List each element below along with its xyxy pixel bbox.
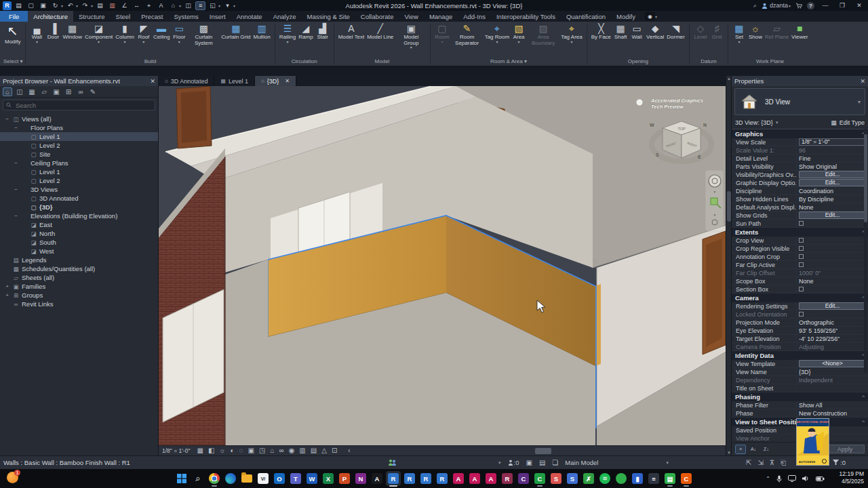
tree-item-west[interactable]: ◪West bbox=[0, 247, 158, 256]
restore-button[interactable]: ❐ bbox=[836, 2, 848, 9]
ribbon-tab-annotate[interactable]: Annotate bbox=[231, 11, 268, 22]
ribbon-tab-view[interactable]: View bbox=[399, 11, 423, 22]
checkbox[interactable] bbox=[799, 287, 804, 291]
settings-link-icon[interactable]: ✎ bbox=[88, 87, 98, 96]
close-icon[interactable]: ✕ bbox=[150, 78, 155, 85]
tree-expander-icon[interactable]: − bbox=[13, 160, 19, 166]
checkbox[interactable] bbox=[799, 246, 804, 251]
redo-icon[interactable]: ↷ bbox=[80, 1, 90, 10]
tree-expander-icon[interactable]: + bbox=[4, 283, 10, 289]
tag-area-button[interactable]: ⌖Tag Area▾ bbox=[559, 23, 584, 44]
shadows-icon[interactable]: ◐ bbox=[231, 447, 235, 454]
sort-ascending-icon[interactable]: A↓ bbox=[748, 445, 759, 454]
search-input[interactable] bbox=[14, 101, 136, 110]
print-icon[interactable]: ▤ bbox=[95, 1, 105, 10]
ribbon-tab-analyze[interactable]: Analyze bbox=[268, 11, 302, 22]
help-icon[interactable]: ? bbox=[807, 2, 814, 9]
filter-icon[interactable] bbox=[833, 460, 839, 466]
screencast-button[interactable]: ◉ ▾ bbox=[645, 11, 657, 22]
recent-documents-icon[interactable]: ▤ bbox=[14, 1, 24, 10]
steering-wheel-icon[interactable] bbox=[709, 175, 721, 187]
taskbar-app-s-blue[interactable]: S bbox=[565, 471, 580, 486]
groups-block-icon[interactable]: ⊞ bbox=[64, 87, 73, 96]
taskbar-revit[interactable]: R bbox=[418, 471, 433, 486]
views-icon[interactable]: ◫ bbox=[15, 87, 24, 96]
close-button[interactable]: ✕ bbox=[853, 2, 865, 9]
open-icon[interactable]: ▢ bbox=[26, 1, 36, 10]
panel-label[interactable]: Datum bbox=[690, 57, 727, 66]
ribbon-tab-systems[interactable]: Systems bbox=[168, 11, 203, 22]
tree-item-south[interactable]: ◪South bbox=[0, 238, 158, 247]
home-icon[interactable]: ⌂ bbox=[3, 87, 12, 96]
save-icon[interactable]: ▣ bbox=[38, 1, 48, 10]
floor-button[interactable]: ▭Floor▾ bbox=[171, 23, 187, 44]
panel-label[interactable]: Build bbox=[26, 57, 273, 66]
tree-item-families[interactable]: +▣Families bbox=[0, 282, 158, 291]
switch-windows-icon[interactable]: ◱ bbox=[208, 1, 218, 10]
temporary-hide-isolate-icon[interactable]: ∞ bbox=[279, 447, 283, 454]
schedules-table-icon[interactable]: ▦ bbox=[27, 87, 37, 96]
reveal-hidden-elements-icon[interactable]: ◉ bbox=[289, 447, 295, 454]
dormer-button[interactable]: ◥Dormer bbox=[665, 23, 686, 41]
view-scale-button[interactable]: 1/8" = 1'-0" bbox=[162, 447, 190, 454]
taskbar-file-explorer[interactable] bbox=[239, 471, 254, 486]
tree-item-schedules-quantities-all[interactable]: ▦Schedules/Quantities (all) bbox=[0, 264, 158, 273]
sheets-icon[interactable]: ▱ bbox=[39, 87, 49, 96]
edit-type-button[interactable]: Edit Type bbox=[840, 119, 865, 126]
wall-button[interactable]: ▄Wall▾ bbox=[28, 23, 45, 44]
revit-app-icon[interactable]: R bbox=[3, 1, 12, 10]
tree-item-level-2[interactable]: ▢Level 2 bbox=[0, 141, 158, 150]
collapse-icon[interactable]: ^ bbox=[862, 419, 865, 425]
show-crop-region-icon[interactable]: ◳ bbox=[259, 447, 265, 454]
select-underlay-icon[interactable]: ⇲ bbox=[757, 459, 763, 466]
undo-icon[interactable]: ↶ bbox=[65, 1, 75, 10]
checkbox[interactable] bbox=[799, 254, 804, 259]
customize-icon[interactable]: ▾ bbox=[222, 1, 233, 10]
edit-button[interactable]: Edit... bbox=[799, 171, 866, 178]
unlocked-view-icon[interactable]: ⌂ bbox=[270, 447, 274, 454]
ribbon-tab-precast[interactable]: Precast bbox=[136, 11, 168, 22]
close-icon[interactable]: ✕ bbox=[285, 78, 290, 84]
user-avatar[interactable]: dzanta ▾ bbox=[762, 2, 791, 9]
taskbar-powerpoint[interactable]: P bbox=[337, 471, 352, 486]
design-option-select[interactable]: Main Model bbox=[565, 459, 598, 466]
section-header-camera[interactable]: Camera^ bbox=[732, 293, 868, 302]
set-button[interactable]: ▦Set▾ bbox=[731, 23, 747, 44]
ribbon-tab-interoperability-tools[interactable]: Interoperability Tools bbox=[491, 11, 561, 22]
panel-label[interactable]: Circulation bbox=[276, 57, 333, 66]
chevron-down-icon[interactable]: ▾ bbox=[666, 460, 669, 466]
tree-item-north[interactable]: ◪North bbox=[0, 229, 158, 238]
notification-popup[interactable]: ARCHITECTURAL WONDER AUTODESK bbox=[796, 418, 829, 466]
right-door[interactable] bbox=[703, 231, 726, 354]
worksharing-display-icon[interactable]: ▥ bbox=[299, 447, 305, 454]
taskbar-onenote[interactable]: N bbox=[353, 471, 368, 486]
show-button[interactable]: ☼Show bbox=[747, 23, 764, 41]
horizontal-scrollbar-thumb[interactable] bbox=[535, 448, 551, 454]
taskbar-search-button[interactable]: ⌕ bbox=[191, 471, 205, 486]
tree-item-3d-views[interactable]: −3D Views bbox=[0, 185, 158, 194]
vertical-button[interactable]: ◆Vertical bbox=[645, 23, 665, 41]
taskbar-civil-3d[interactable]: C bbox=[516, 471, 531, 486]
taskbar-autocad[interactable]: A bbox=[484, 471, 498, 486]
tree-item-views-all[interactable]: −◫Views (all) bbox=[0, 115, 158, 123]
taskbar-chrome[interactable] bbox=[207, 471, 222, 486]
tray-chevron-icon[interactable]: ⌃ bbox=[766, 476, 770, 482]
stair-button[interactable]: ▟Stair bbox=[315, 23, 331, 41]
group-properties-icon[interactable]: ≡ bbox=[735, 445, 746, 454]
crop-view-icon[interactable]: ▣ bbox=[248, 447, 254, 454]
vertical-scrollbar[interactable]: ▲ ▼ bbox=[726, 76, 731, 455]
chevron-down-icon[interactable]: ▼ bbox=[713, 213, 717, 217]
taskbar-app-doc-green[interactable]: ▤ bbox=[663, 471, 677, 486]
tag-by-category-icon[interactable]: ⌖ bbox=[144, 1, 154, 10]
thin-lines-icon[interactable]: ≡ bbox=[195, 1, 205, 10]
view-tab-3d-annotated[interactable]: ⌂3D Annotated bbox=[159, 76, 214, 86]
properties-scrollbar[interactable] bbox=[864, 129, 867, 373]
drag-on-selection-icon[interactable]: ⎗ bbox=[781, 459, 786, 467]
chevron-down-icon[interactable]: ▾ bbox=[498, 460, 501, 466]
taskbar-utility-tools[interactable]: ✗ bbox=[581, 471, 596, 486]
ribbon-tab-steel[interactable]: Steel bbox=[111, 11, 136, 22]
ribbon-tab-add-ins[interactable]: Add-Ins bbox=[458, 11, 491, 22]
tree-item-level-1[interactable]: ▢Level 1 bbox=[0, 167, 158, 176]
tree-item-sheets-all[interactable]: ▱Sheets (all) bbox=[0, 273, 158, 282]
viewer-button[interactable]: ■Viewer bbox=[790, 23, 809, 41]
